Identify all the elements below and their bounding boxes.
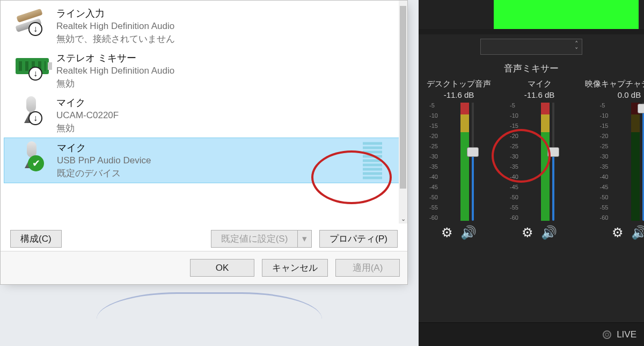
device-status: 既定のデバイス: [57, 167, 392, 179]
live-indicator-icon: [603, 330, 611, 339]
scroll-down-icon[interactable]: ⌄: [399, 214, 407, 224]
device-title: マイク: [56, 96, 392, 109]
device-title: ステレオ ミキサー: [56, 52, 392, 64]
speaker-icon[interactable]: 🔊: [541, 225, 557, 240]
device-subtitle: UCAM-C0220F: [56, 110, 392, 121]
gear-icon[interactable]: ⚙: [441, 225, 453, 240]
device-status: 無効で、接続されていません: [56, 33, 392, 45]
configure-button[interactable]: 構成(C): [10, 230, 62, 248]
device-icon: ↓: [8, 7, 53, 35]
speaker-icon[interactable]: 🔊: [631, 225, 645, 240]
scrollbar[interactable]: ⌄: [399, 1, 407, 224]
device-row[interactable]: ↓ ライン入力 Realtek High Definition Audio 無効…: [4, 4, 404, 48]
volume-fader[interactable]: [635, 103, 645, 221]
device-icon: ✔: [9, 141, 54, 169]
device-subtitle: Realtek High Definition Audio: [56, 21, 392, 32]
disabled-badge-icon: ↓: [28, 111, 42, 125]
db-scale: 51015202530354045505560: [510, 103, 518, 221]
db-scale: 51015202530354045505560: [600, 103, 609, 221]
gear-icon[interactable]: ⚙: [612, 225, 624, 240]
gear-icon[interactable]: ⚙: [522, 225, 533, 240]
device-subtitle: USB PnP Audio Device: [57, 155, 392, 166]
audio-mixer-title: 音声ミキサー: [419, 59, 644, 77]
ok-button[interactable]: OK: [190, 259, 254, 277]
device-subtitle: Realtek High Definition Audio: [56, 66, 392, 76]
device-row[interactable]: ↓ ステレオ ミキサー Realtek High Definition Audi…: [4, 48, 404, 93]
channel-db: -11.6 dB: [524, 90, 555, 99]
preview-area: [419, 0, 644, 29]
disabled-badge-icon: ↓: [28, 22, 42, 36]
device-title: ライン入力: [56, 7, 392, 20]
volume-fader[interactable]: [465, 103, 481, 221]
recording-device-list: ↓ ライン入力 Realtek High Definition Audio 無効…: [1, 1, 407, 224]
device-icon: ↓: [8, 96, 53, 124]
apply-button[interactable]: 適用(A): [335, 259, 400, 277]
set-default-dropdown[interactable]: ▾: [298, 230, 312, 248]
db-scale: 51015202530354045505560: [429, 103, 438, 221]
mixer-channel: デスクトップ音声 -11.6 dB 5101520253035404550556…: [424, 79, 494, 248]
scene-transition-dropdown[interactable]: ˄˅: [480, 39, 582, 55]
input-level-meter: [363, 142, 382, 179]
channel-db: -11.6 dB: [444, 90, 474, 99]
device-title: マイク: [57, 141, 392, 154]
device-status: 無効: [56, 77, 392, 90]
cancel-button[interactable]: キャンセル: [262, 259, 328, 277]
set-default-button[interactable]: 既定値に設定(S): [211, 230, 298, 248]
channel-db: 0.0 dB: [618, 90, 641, 99]
live-label: LIVE: [617, 329, 636, 340]
device-row[interactable]: ↓ マイク UCAM-C0220F 無効: [4, 93, 404, 138]
device-icon: ↓: [8, 52, 53, 80]
mixer-channel: 映像キャプチャデバイス 0.0 dB 510152025303540455055…: [585, 79, 644, 248]
disabled-badge-icon: ↓: [28, 67, 42, 81]
speaker-icon[interactable]: 🔊: [460, 225, 477, 240]
mixer-channel: マイク -11.6 dB 51015202530354045505560 ⚙ 🔊: [504, 79, 574, 248]
obs-panel: ˄˅ 音声ミキサー デスクトップ音声 -11.6 dB 510152025303…: [419, 0, 644, 346]
device-row[interactable]: ✔ マイク USB PnP Audio Device 既定のデバイス: [4, 138, 404, 183]
volume-fader[interactable]: [545, 103, 561, 221]
channel-name: 映像キャプチャデバイス: [585, 79, 644, 89]
channel-name: デスクトップ音声: [427, 79, 491, 89]
default-badge-icon: ✔: [28, 155, 44, 171]
device-status: 無効: [56, 122, 392, 134]
properties-button[interactable]: プロパティ(P): [319, 230, 398, 248]
sound-settings-dialog: ↓ ライン入力 Realtek High Definition Audio 無効…: [0, 0, 408, 285]
channel-name: マイク: [528, 79, 552, 89]
chevron-down-icon: ˅: [575, 47, 579, 54]
